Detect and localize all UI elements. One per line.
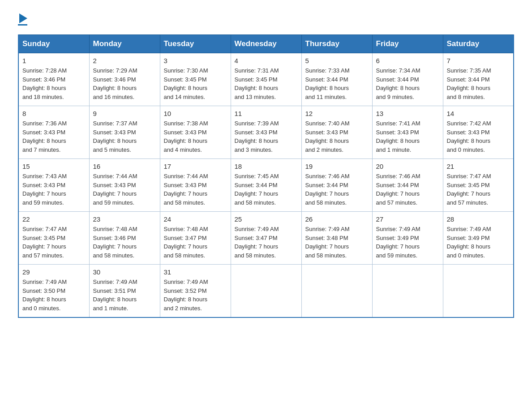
day-info: Sunrise: 7:29 AMSunset: 3:46 PMDaylight:… [93,66,156,101]
day-number: 5 [305,57,369,64]
calendar-cell: 6 Sunrise: 7:34 AMSunset: 3:44 PMDayligh… [372,53,443,106]
calendar-week-row: 15 Sunrise: 7:43 AMSunset: 3:43 PMDaylig… [18,159,514,212]
calendar-cell: 15 Sunrise: 7:43 AMSunset: 3:43 PMDaylig… [18,159,89,212]
day-number: 17 [164,163,227,170]
day-info: Sunrise: 7:41 AMSunset: 3:43 PMDaylight:… [376,119,439,154]
logo [18,13,27,26]
calendar-cell: 27 Sunrise: 7:49 AMSunset: 3:49 PMDaylig… [372,212,443,265]
day-info: Sunrise: 7:44 AMSunset: 3:43 PMDaylight:… [93,172,156,207]
day-info: Sunrise: 7:35 AMSunset: 3:44 PMDaylight:… [447,66,510,101]
day-info: Sunrise: 7:39 AMSunset: 3:43 PMDaylight:… [235,119,298,154]
col-header-wednesday: Wednesday [231,35,301,53]
calendar-cell: 4 Sunrise: 7:31 AMSunset: 3:45 PMDayligh… [231,53,301,106]
calendar-cell: 28 Sunrise: 7:49 AMSunset: 3:49 PMDaylig… [443,212,514,265]
calendar-cell [301,265,372,318]
calendar-cell: 2 Sunrise: 7:29 AMSunset: 3:46 PMDayligh… [89,53,160,106]
day-number: 11 [235,110,298,117]
calendar-cell: 19 Sunrise: 7:46 AMSunset: 3:44 PMDaylig… [301,159,372,212]
day-number: 12 [305,110,369,117]
day-number: 7 [447,57,510,64]
calendar-cell: 14 Sunrise: 7:42 AMSunset: 3:43 PMDaylig… [443,106,514,159]
calendar-cell: 26 Sunrise: 7:49 AMSunset: 3:48 PMDaylig… [301,212,372,265]
page-header [18,13,514,26]
day-number: 8 [22,110,86,117]
calendar-week-row: 8 Sunrise: 7:36 AMSunset: 3:43 PMDayligh… [18,106,514,159]
day-number: 2 [93,57,156,64]
day-number: 6 [376,57,439,64]
calendar-week-row: 22 Sunrise: 7:47 AMSunset: 3:45 PMDaylig… [18,212,514,265]
day-number: 1 [22,57,86,64]
calendar-cell: 22 Sunrise: 7:47 AMSunset: 3:45 PMDaylig… [18,212,89,265]
calendar-cell: 9 Sunrise: 7:37 AMSunset: 3:43 PMDayligh… [89,106,160,159]
col-header-sunday: Sunday [18,35,89,53]
calendar-table: SundayMondayTuesdayWednesdayThursdayFrid… [18,34,514,318]
day-info: Sunrise: 7:49 AMSunset: 3:49 PMDaylight:… [376,225,439,260]
calendar-cell: 31 Sunrise: 7:49 AMSunset: 3:52 PMDaylig… [160,265,231,318]
day-info: Sunrise: 7:47 AMSunset: 3:45 PMDaylight:… [447,172,510,207]
calendar-cell: 23 Sunrise: 7:48 AMSunset: 3:46 PMDaylig… [89,212,160,265]
calendar-cell: 10 Sunrise: 7:38 AMSunset: 3:43 PMDaylig… [160,106,231,159]
day-number: 26 [305,215,369,223]
day-info: Sunrise: 7:46 AMSunset: 3:44 PMDaylight:… [305,172,369,207]
day-info: Sunrise: 7:44 AMSunset: 3:43 PMDaylight:… [164,172,227,207]
calendar-cell: 18 Sunrise: 7:45 AMSunset: 3:44 PMDaylig… [231,159,301,212]
calendar-cell: 3 Sunrise: 7:30 AMSunset: 3:45 PMDayligh… [160,53,231,106]
day-number: 27 [376,215,439,223]
logo-arrow-icon [19,13,27,23]
day-number: 10 [164,110,227,117]
day-number: 22 [22,215,86,223]
day-info: Sunrise: 7:37 AMSunset: 3:43 PMDaylight:… [93,119,156,154]
day-info: Sunrise: 7:49 AMSunset: 3:50 PMDaylight:… [22,278,86,313]
day-info: Sunrise: 7:30 AMSunset: 3:45 PMDaylight:… [164,66,227,101]
calendar-cell: 17 Sunrise: 7:44 AMSunset: 3:43 PMDaylig… [160,159,231,212]
day-number: 25 [235,215,298,223]
calendar-cell: 20 Sunrise: 7:46 AMSunset: 3:44 PMDaylig… [372,159,443,212]
day-info: Sunrise: 7:33 AMSunset: 3:44 PMDaylight:… [305,66,369,101]
day-info: Sunrise: 7:43 AMSunset: 3:43 PMDaylight:… [22,172,86,207]
day-number: 28 [447,215,510,223]
day-info: Sunrise: 7:28 AMSunset: 3:46 PMDaylight:… [22,66,86,101]
calendar-week-row: 1 Sunrise: 7:28 AMSunset: 3:46 PMDayligh… [18,53,514,106]
day-number: 15 [22,163,86,170]
day-number: 9 [93,110,156,117]
calendar-cell: 25 Sunrise: 7:49 AMSunset: 3:47 PMDaylig… [231,212,301,265]
day-number: 19 [305,163,369,170]
day-number: 29 [22,268,86,276]
day-info: Sunrise: 7:47 AMSunset: 3:45 PMDaylight:… [22,225,86,260]
calendar-cell: 12 Sunrise: 7:40 AMSunset: 3:43 PMDaylig… [301,106,372,159]
calendar-cell: 1 Sunrise: 7:28 AMSunset: 3:46 PMDayligh… [18,53,89,106]
day-info: Sunrise: 7:49 AMSunset: 3:51 PMDaylight:… [93,278,156,313]
calendar-header-row: SundayMondayTuesdayWednesdayThursdayFrid… [18,35,514,53]
day-number: 21 [447,163,510,170]
day-number: 30 [93,268,156,276]
day-number: 4 [235,57,298,64]
col-header-friday: Friday [372,35,443,53]
day-info: Sunrise: 7:48 AMSunset: 3:47 PMDaylight:… [164,225,227,260]
day-info: Sunrise: 7:38 AMSunset: 3:43 PMDaylight:… [164,119,227,154]
calendar-week-row: 29 Sunrise: 7:49 AMSunset: 3:50 PMDaylig… [18,265,514,318]
calendar-cell: 11 Sunrise: 7:39 AMSunset: 3:43 PMDaylig… [231,106,301,159]
day-info: Sunrise: 7:34 AMSunset: 3:44 PMDaylight:… [376,66,439,101]
day-number: 24 [164,215,227,223]
col-header-monday: Monday [89,35,160,53]
day-number: 13 [376,110,439,117]
calendar-cell: 29 Sunrise: 7:49 AMSunset: 3:50 PMDaylig… [18,265,89,318]
calendar-cell: 8 Sunrise: 7:36 AMSunset: 3:43 PMDayligh… [18,106,89,159]
day-info: Sunrise: 7:40 AMSunset: 3:43 PMDaylight:… [305,119,369,154]
calendar-cell: 24 Sunrise: 7:48 AMSunset: 3:47 PMDaylig… [160,212,231,265]
day-number: 14 [447,110,510,117]
calendar-cell [372,265,443,318]
day-number: 23 [93,215,156,223]
day-info: Sunrise: 7:49 AMSunset: 3:48 PMDaylight:… [305,225,369,260]
calendar-cell: 7 Sunrise: 7:35 AMSunset: 3:44 PMDayligh… [443,53,514,106]
calendar-cell: 21 Sunrise: 7:47 AMSunset: 3:45 PMDaylig… [443,159,514,212]
logo-bottom [18,13,27,23]
col-header-saturday: Saturday [443,35,514,53]
day-number: 3 [164,57,227,64]
logo-underline [18,24,27,26]
day-number: 20 [376,163,439,170]
day-info: Sunrise: 7:31 AMSunset: 3:45 PMDaylight:… [235,66,298,101]
day-info: Sunrise: 7:42 AMSunset: 3:43 PMDaylight:… [447,119,510,154]
calendar-cell [443,265,514,318]
col-header-thursday: Thursday [301,35,372,53]
